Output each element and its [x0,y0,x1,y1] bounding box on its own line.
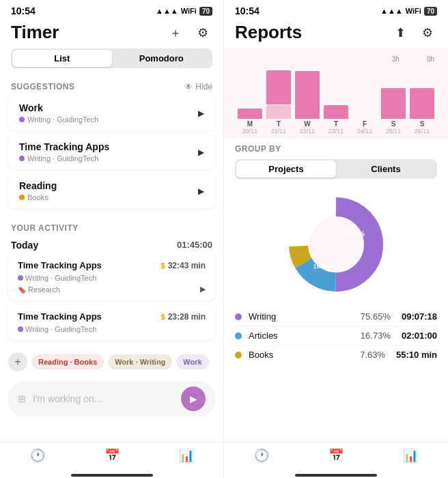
play-icon-work[interactable]: ▶ [198,109,204,118]
nav-timer-right[interactable]: 🕐 [254,448,269,463]
activity-item-2-duration: $ 23:28 min [161,312,206,322]
x-label-t: T21/11 [266,120,291,135]
bar-group-t [324,64,348,119]
app-header-left: Timer ＋ ⚙ [0,19,223,48]
hide-button[interactable]: 👁 Hide [184,82,212,92]
legend-time-articles: 02:01:00 [402,331,437,341]
settings-button[interactable]: ⚙ [193,23,212,42]
activity-item-1-duration: $ 32:43 min [161,261,206,270]
search-play-button[interactable]: ▶ [181,386,206,411]
dollar-icon-2: $ [161,313,165,321]
nav-reports-right[interactable]: 📊 [403,448,418,463]
nav-bar-left: 🕐 📅 📊 [0,442,223,471]
segment-list[interactable]: List [12,50,112,67]
group-clients[interactable]: Clients [336,160,436,178]
time-left: 10:54 [11,5,36,16]
qr-icon: ⊞ [18,393,26,404]
reports-nav-icon: 📊 [179,448,194,463]
signal-icon-r: ▲▲▲ [380,7,403,15]
tag-research-text: Research [28,285,60,294]
bar-group-s [381,64,406,119]
nav-reports-left[interactable]: 📊 [179,448,194,463]
dot-work [19,117,25,122]
legend-dot-books [235,352,242,358]
dot-activity-1 [18,275,23,281]
suggestions-header: SUGGESTIONS 👁 Hide [0,76,223,96]
chip-reading[interactable]: Reading · Books [31,354,104,369]
chart-x-labels: M20/11T21/11W22/11T23/11F24/11S25/11S26/… [235,120,437,135]
signal-icon: ▲▲▲ [156,7,178,15]
group-segment[interactable]: Projects Clients [235,159,437,179]
reports-icon-right: 📊 [403,448,418,463]
search-input[interactable]: I'm working on... [33,393,174,404]
chip-work-writing[interactable]: Work · Writing [108,354,172,369]
activity-item-2-name: Time Tracking Apps [18,311,102,322]
bar-group-m [238,64,262,119]
wifi-icon-r: WiFi [406,7,421,15]
donut-chart: 75.65% 16.73% [281,190,391,299]
suggestion-meta-work: Writing · GuidingTech [19,115,98,124]
group-by-section: GROUP BY Projects Clients [224,139,448,183]
play-icon-reading[interactable]: ▶ [198,186,204,196]
bar-group-f [352,64,377,119]
today-total: 01:45:00 [177,240,212,251]
header-icons-left: ＋ ⚙ [166,23,212,42]
legend-name-articles: Articles [249,331,361,341]
activity-item-1[interactable]: Time Tracking Apps $ 32:43 min Writing ·… [8,253,215,300]
chip-work[interactable]: Work [176,354,208,369]
suggestion-item-reading[interactable]: Reading Books ▶ [8,173,215,208]
y-label-0h: 0h [427,55,434,63]
play-activity-1[interactable]: ▶ [200,285,206,294]
segment-pomodoro[interactable]: Pomodoro [112,50,212,67]
suggestion-meta-tta: Writing · GuidingTech [19,154,109,163]
activity-item-2-header: Time Tracking Apps $ 23:28 min [18,311,206,322]
legend-writing: Writing 75.65% 09:07:18 [235,307,437,326]
right-panel: 10:54 ▲▲▲ WiFi 70 Reports ⬆ ⚙ 3h 0h M20/… [224,0,448,478]
bar-group-s [410,64,434,119]
activity-day-header: Today 01:45:00 [0,237,223,253]
add-button[interactable]: ＋ [166,23,185,42]
nav-timer-left[interactable]: 🕐 [30,448,45,463]
battery-right: 70 [424,7,437,16]
group-projects[interactable]: Projects [236,160,336,178]
nav-bar-right: 🕐 📅 📊 [224,442,448,471]
time-right: 10:54 [235,5,260,16]
legend-name-books: Books [249,350,360,360]
nav-calendar-left[interactable]: 📅 [104,448,120,463]
duration-1: 32:43 min [168,261,206,270]
tag-text-1: Writing · GuidingTech [25,274,96,282]
nav-calendar-right[interactable]: 📅 [328,448,344,463]
bookmark-icon: 🔖 [18,286,26,294]
dot-activity-2 [18,326,23,332]
svg-text:16.73%: 16.73% [313,263,335,270]
settings-button-right[interactable]: ⚙ [418,23,437,42]
search-bar[interactable]: ⊞ I'm working on... ▶ [8,381,215,417]
calendar-nav-icon: 📅 [104,448,120,463]
suggestion-item-work[interactable]: Work Writing · GuidingTech ▶ [8,96,215,130]
suggestion-item-tta[interactable]: Time Tracking Apps Writing · GuidingTech… [8,135,215,169]
suggestion-content-tta: Time Tracking Apps Writing · GuidingTech [19,141,109,163]
timer-icon-right: 🕐 [254,448,269,463]
today-label: Today [11,240,38,251]
tag-meta-2: Writing · GuidingTech [18,325,96,333]
activity-section: YOUR ACTIVITY Today 01:45:00 Time Tracki… [0,212,223,347]
suggestion-sub-tta: Writing · GuidingTech [27,154,98,163]
legend-dot-writing [235,313,242,320]
dollar-icon-1: $ [161,262,165,270]
legend-name-writing: Writing [249,311,361,322]
bottom-chips[interactable]: + Reading · Books Work · Writing Work [0,347,223,377]
status-icons-left: ▲▲▲ WiFi 70 [156,7,212,16]
activity-item-2[interactable]: Time Tracking Apps $ 23:28 min Writing ·… [8,305,215,340]
legend-dot-articles [235,333,242,339]
tag-text-2: Writing · GuidingTech [25,325,96,333]
segment-control-left[interactable]: List Pomodoro [11,48,212,68]
timer-nav-icon: 🕐 [30,448,45,463]
add-chip-button[interactable]: + [8,352,27,371]
status-icons-right: ▲▲▲ WiFi 70 [380,7,437,16]
share-button[interactable]: ⬆ [391,23,410,42]
wifi-icon: WiFi [181,7,197,15]
play-icon-tta[interactable]: ▶ [198,147,204,157]
activity-tags-1: Writing · GuidingTech [18,274,206,282]
battery-left: 70 [199,7,212,16]
hide-label[interactable]: Hide [195,82,212,92]
